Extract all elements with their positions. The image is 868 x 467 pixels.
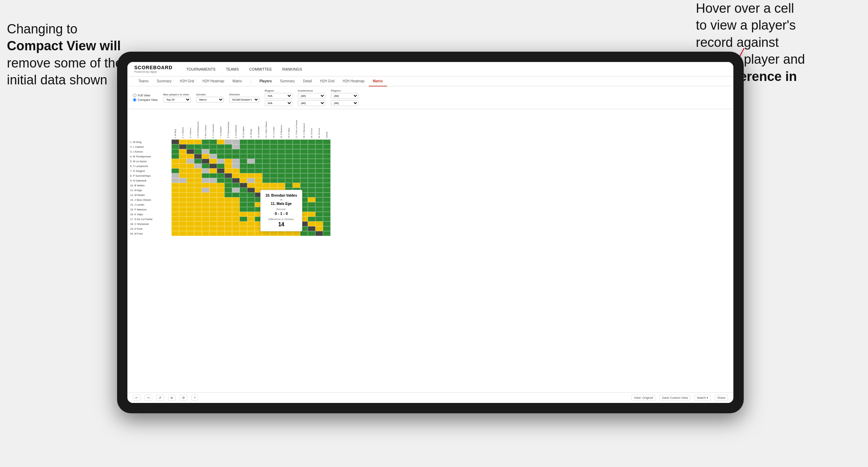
matrix-cell[interactable]: [171, 164, 179, 168]
matrix-cell[interactable]: [209, 159, 217, 164]
matrix-cell[interactable]: [323, 178, 331, 183]
matrix-cell[interactable]: [247, 217, 255, 221]
matrix-cell[interactable]: [209, 212, 217, 217]
matrix-cell[interactable]: [202, 178, 209, 183]
matrix-cell[interactable]: [179, 178, 187, 183]
tab-teams[interactable]: Teams: [134, 76, 153, 86]
matrix-cell[interactable]: [308, 173, 315, 178]
matrix-cell[interactable]: [217, 183, 224, 188]
matrix-cell[interactable]: [179, 159, 187, 164]
matrix-cell[interactable]: [247, 144, 255, 149]
matrix-cell[interactable]: [323, 231, 331, 236]
matrix-cell[interactable]: [224, 154, 232, 159]
matrix-cell[interactable]: [285, 144, 293, 149]
matrix-cell[interactable]: [293, 149, 300, 154]
matrix-cell[interactable]: [255, 149, 262, 154]
matrix-cell[interactable]: [285, 159, 293, 164]
matrix-cell[interactable]: [278, 231, 285, 236]
matrix-cell[interactable]: [224, 231, 232, 236]
tab-players-h2h-heatmap[interactable]: H2H Heatmap: [338, 76, 368, 86]
matrix-cell[interactable]: [224, 202, 232, 207]
matrix-cell[interactable]: [194, 197, 202, 202]
matrix-cell[interactable]: [285, 164, 293, 168]
matrix-cell[interactable]: [315, 226, 323, 231]
matrix-cell[interactable]: [224, 164, 232, 168]
matrix-cell[interactable]: [171, 217, 179, 221]
matrix-cell[interactable]: [232, 212, 240, 217]
nav-committee[interactable]: COMMITTEE: [249, 66, 272, 73]
matrix-cell[interactable]: [171, 144, 179, 149]
matrix-cell[interactable]: [187, 217, 194, 221]
matrix-cell[interactable]: [194, 207, 202, 212]
matrix-cell[interactable]: [270, 168, 278, 173]
matrix-cell[interactable]: [187, 173, 194, 178]
matrix-cell[interactable]: [171, 178, 179, 183]
matrix-cell[interactable]: [187, 159, 194, 164]
matrix-cell[interactable]: [262, 144, 270, 149]
matrix-cell[interactable]: [171, 173, 179, 178]
matrix-cell[interactable]: [232, 217, 240, 221]
matrix-cell[interactable]: [300, 231, 308, 236]
matrix-cell[interactable]: [240, 188, 247, 193]
matrix-cell[interactable]: [194, 217, 202, 221]
matrix-cell[interactable]: [323, 188, 331, 193]
matrix-cell[interactable]: [247, 164, 255, 168]
matrix-cell[interactable]: [255, 183, 262, 188]
matrix-cell[interactable]: [209, 193, 217, 197]
matrix-cell[interactable]: [247, 202, 255, 207]
matrix-cell[interactable]: [270, 154, 278, 159]
nav-rankings[interactable]: RANKINGS: [282, 66, 302, 73]
matrix-cell[interactable]: [194, 221, 202, 226]
matrix-cell[interactable]: [323, 154, 331, 159]
matrix-cell[interactable]: [300, 183, 308, 188]
matrix-cell[interactable]: [179, 202, 187, 207]
matrix-cell[interactable]: [293, 164, 300, 168]
matrix-cell[interactable]: [171, 149, 179, 154]
matrix-cell[interactable]: [255, 164, 262, 168]
matrix-cell[interactable]: [232, 197, 240, 202]
matrix-cell[interactable]: [171, 207, 179, 212]
matrix-cell[interactable]: [224, 168, 232, 173]
matrix-cell[interactable]: [209, 139, 217, 144]
matrix-cell[interactable]: [194, 193, 202, 197]
matrix-cell[interactable]: [300, 139, 308, 144]
matrix-cell[interactable]: [293, 231, 300, 236]
matrix-cell[interactable]: [270, 173, 278, 178]
matrix-cell[interactable]: [293, 168, 300, 173]
matrix-cell[interactable]: [179, 168, 187, 173]
matrix-cell[interactable]: [308, 164, 315, 168]
matrix-cell[interactable]: [187, 221, 194, 226]
settings-button[interactable]: ⚙: [180, 395, 187, 401]
matrix-cell[interactable]: [179, 183, 187, 188]
matrix-cell[interactable]: [315, 144, 323, 149]
matrix-cell[interactable]: [217, 193, 224, 197]
compact-view-option[interactable]: Compact View: [133, 98, 158, 102]
matrix-cell[interactable]: [323, 226, 331, 231]
tab-players-matrix[interactable]: Matrix: [369, 76, 387, 86]
matrix-cell[interactable]: [202, 154, 209, 159]
division-select[interactable]: NCAA Division I: [229, 97, 259, 103]
matrix-cell[interactable]: [209, 188, 217, 193]
matrix-cell[interactable]: [247, 212, 255, 217]
matrix-cell[interactable]: [308, 207, 315, 212]
matrix-cell[interactable]: [278, 139, 285, 144]
matrix-cell[interactable]: [171, 193, 179, 197]
matrix-cell[interactable]: [209, 226, 217, 231]
matrix-cell[interactable]: [247, 168, 255, 173]
matrix-cell[interactable]: [323, 197, 331, 202]
matrix-cell[interactable]: [179, 164, 187, 168]
matrix-cell[interactable]: [224, 178, 232, 183]
matrix-cell[interactable]: [209, 202, 217, 207]
matrix-cell[interactable]: [247, 231, 255, 236]
matrix-cell[interactable]: [300, 164, 308, 168]
matrix-cell[interactable]: [232, 139, 240, 144]
matrix-cell[interactable]: [262, 154, 270, 159]
matrix-cell[interactable]: [315, 207, 323, 212]
matrix-cell[interactable]: [285, 154, 293, 159]
matrix-cell[interactable]: [187, 202, 194, 207]
matrix-cell[interactable]: [187, 178, 194, 183]
matrix-cell[interactable]: [224, 221, 232, 226]
matrix-cell[interactable]: [224, 183, 232, 188]
matrix-cell[interactable]: [232, 144, 240, 149]
matrix-cell[interactable]: [202, 168, 209, 173]
